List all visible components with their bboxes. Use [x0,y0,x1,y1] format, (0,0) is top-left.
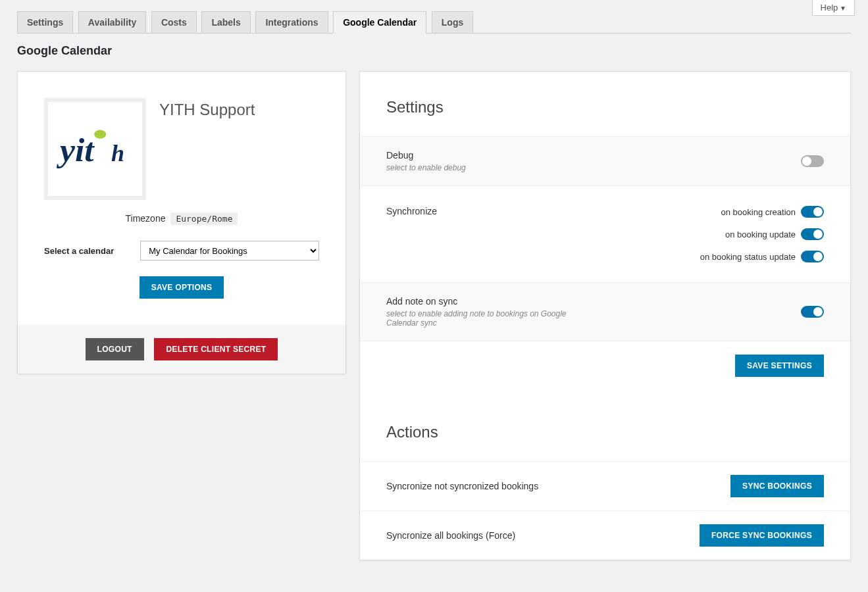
tab-bar: Settings Availability Costs Labels Integ… [17,0,851,34]
sync-status-toggle[interactable] [801,251,824,262]
tab-labels[interactable]: Labels [201,11,250,33]
tab-costs[interactable]: Costs [151,11,197,33]
save-settings-button[interactable]: Save Settings [735,355,824,377]
sync-bookings-button[interactable]: Sync Bookings [730,475,824,497]
force-sync-label: Syncronize all bookings (Force) [386,530,515,541]
tab-google-calendar[interactable]: Google Calendar [333,11,426,34]
select-calendar-label: Select a calendar [44,246,114,256]
synchronize-row: Synchronize on booking creation on booki… [360,185,850,282]
svg-text:h: h [111,140,124,166]
sync-not-synced-label: Syncronize not syncronized bookings [386,481,538,491]
tab-logs[interactable]: Logs [432,11,473,33]
page-title: Google Calendar [17,44,851,58]
force-sync-row: Syncronize all bookings (Force) Force Sy… [360,510,850,560]
svg-point-0 [94,130,106,138]
tab-availability[interactable]: Availability [78,11,146,33]
yith-logo-icon: yit h [56,120,135,179]
sync-not-synced-row: Syncronize not syncronized bookings Sync… [360,461,850,510]
sync-update-label: on booking update [725,230,796,239]
tab-settings[interactable]: Settings [17,11,73,33]
sync-status-label: on booking status update [700,252,796,262]
tab-integrations[interactable]: Integrations [255,11,328,33]
logout-button[interactable]: Logout [86,338,144,360]
add-note-toggle[interactable] [801,306,824,318]
debug-toggle[interactable] [801,155,824,167]
settings-card: Settings Debug select to enable debug Sy… [359,71,851,560]
calendar-select[interactable]: My Calendar for Bookings [140,241,319,260]
sync-creation-toggle[interactable] [801,206,824,218]
account-card: yit h YITH Support Timezone Europe/Rome … [17,71,346,374]
delete-client-secret-button[interactable]: Delete Client Secret [154,338,278,360]
svg-text:yit: yit [56,131,95,168]
help-dropdown[interactable]: Help [812,0,855,16]
save-options-button[interactable]: Save Options [140,276,224,299]
force-sync-bookings-button[interactable]: Force Sync Bookings [700,524,824,547]
account-logo: yit h [44,98,146,200]
debug-label: Debug [386,150,597,160]
add-note-desc: select to enable adding note to bookings… [386,309,597,328]
synchronize-label: Synchronize [386,206,597,216]
add-note-label: Add note on sync [386,296,597,307]
timezone-value: Europe/Rome [170,212,238,225]
add-note-row: Add note on sync select to enable adding… [360,282,850,341]
sync-update-toggle[interactable] [801,228,824,240]
timezone-label: Timezone [126,213,166,224]
account-name: YITH Support [159,98,255,119]
debug-desc: select to enable debug [386,163,597,172]
sync-creation-label: on booking creation [721,207,796,217]
settings-header: Settings [360,72,850,136]
debug-row: Debug select to enable debug [360,136,850,185]
actions-header: Actions [360,397,850,461]
